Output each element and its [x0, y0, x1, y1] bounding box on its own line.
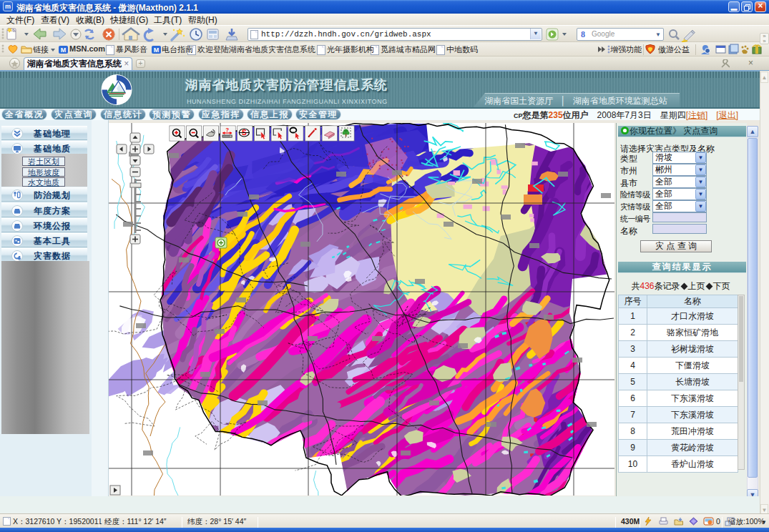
svg-text:M: M: [61, 46, 67, 54]
svg-text:?: ?: [225, 127, 229, 133]
svg-text:M: M: [154, 46, 160, 54]
